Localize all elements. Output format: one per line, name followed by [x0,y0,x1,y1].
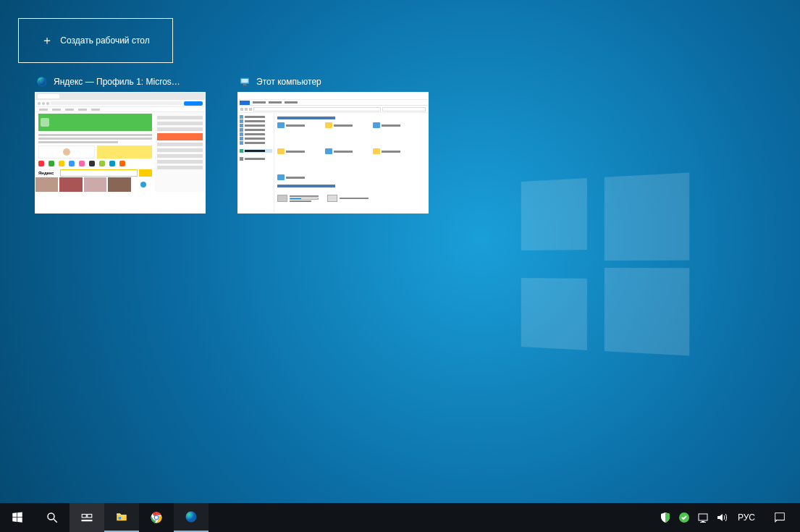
svg-rect-18 [700,522,706,523]
window-card-title: Яндекс — Профиль 1: Micros… [54,77,180,87]
svg-rect-3 [243,84,246,85]
notification-icon [773,511,786,524]
svg-rect-10 [119,517,122,520]
svg-point-5 [48,513,54,520]
file-explorer-icon [115,510,128,523]
svg-rect-16 [699,514,707,520]
tray-network-icon[interactable] [697,512,709,523]
plus-icon: ＋ [41,33,53,48]
svg-rect-7 [82,515,86,518]
new-desktop-label: Создать рабочий стол [60,35,149,46]
window-card-edge[interactable]: Яндекс — Профиль 1: Micros… [35,76,206,214]
svg-rect-19 [775,513,785,520]
windows-icon [11,511,24,524]
taskbar-app-chrome[interactable] [139,503,174,532]
svg-rect-17 [702,521,704,522]
edge-icon [185,510,198,523]
window-card-title: Этот компьютер [256,77,321,87]
chrome-icon [150,511,163,524]
edge-icon [36,76,48,88]
svg-point-13 [155,516,159,520]
this-pc-icon [239,76,250,88]
taskbar-app-explorer[interactable] [104,503,139,532]
window-thumbnail-edge: Яндекс [35,92,206,214]
svg-rect-8 [88,515,92,518]
window-thumbnail-explorer [237,92,429,214]
tray-security-icon[interactable] [660,512,671,523]
svg-rect-2 [241,79,248,83]
taskbar-app-edge[interactable] [174,503,209,532]
tray-volume-icon[interactable] [716,512,728,523]
taskbar: РУС [0,503,800,532]
task-view-button[interactable] [70,503,104,532]
svg-line-6 [54,519,57,523]
svg-point-14 [186,512,197,523]
language-indicator[interactable]: РУС [735,512,758,523]
search-icon [46,511,59,524]
start-button[interactable] [0,503,35,532]
task-view-cards: Яндекс — Профиль 1: Micros… [35,76,429,214]
new-desktop-button[interactable]: ＋ Создать рабочий стол [18,18,173,63]
window-card-explorer[interactable]: Этот компьютер [237,76,429,214]
search-button[interactable] [35,503,70,532]
svg-rect-9 [82,520,93,521]
task-view-icon [80,511,93,524]
svg-rect-4 [243,85,248,86]
action-center-button[interactable] [765,503,794,532]
windows-logo-watermark [521,172,689,355]
tray-app-icon[interactable] [678,512,690,523]
system-tray: РУС [660,503,800,532]
